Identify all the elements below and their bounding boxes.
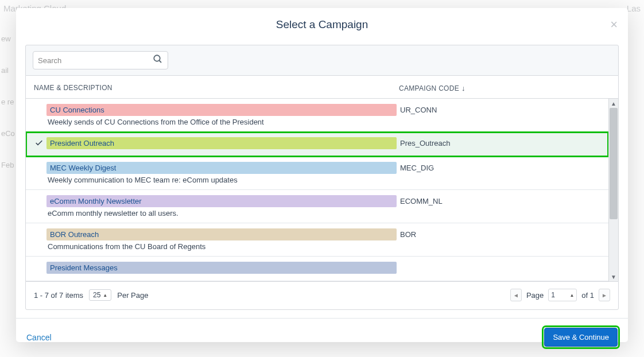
close-icon[interactable]: × — [610, 18, 618, 31]
search-field[interactable] — [33, 51, 168, 69]
cancel-button[interactable]: Cancel — [26, 333, 52, 342]
svg-line-1 — [159, 60, 161, 63]
campaign-code: MEC_DIG — [397, 162, 603, 172]
campaign-name-pill: President Messages — [46, 262, 397, 274]
campaign-name-pill: CU Connections — [46, 104, 397, 116]
row-checkmark — [32, 137, 46, 148]
table-row[interactable]: eComm Monthly NewslettereComm monthly ne… — [26, 190, 608, 223]
table-header: NAME & DESCRIPTION CAMPAIGN CODE ↓ — [25, 76, 619, 99]
campaign-name-pill: MEC Weekly Digest — [46, 162, 397, 174]
prev-page-button[interactable]: ◄ — [510, 289, 522, 301]
scroll-thumb[interactable] — [610, 108, 618, 219]
modal-footer: Cancel Save & Continue — [16, 318, 628, 356]
campaign-name-pill: BOR Outreach — [46, 228, 397, 240]
col-header-name[interactable]: NAME & DESCRIPTION — [34, 84, 399, 92]
row-name-cell: eComm Monthly NewslettereComm monthly ne… — [46, 195, 397, 218]
dropdown-up-icon: ▲ — [103, 293, 107, 298]
row-name-cell: MEC Weekly DigestWeekly communication to… — [46, 162, 397, 184]
page-label: Page — [526, 291, 544, 300]
of-label: of 1 — [581, 291, 594, 300]
campaign-name-pill: President Outreach — [46, 137, 397, 149]
campaign-description: Weekly sends of CU Connections from the … — [46, 118, 397, 126]
row-checkmark — [32, 162, 46, 163]
save-continue-button[interactable]: Save & Continue — [544, 328, 618, 347]
campaign-description: Communications from the CU Board of Rege… — [46, 242, 397, 251]
scroll-down-icon[interactable]: ▼ — [609, 272, 618, 281]
per-page-value: 25 — [93, 291, 100, 299]
row-name-cell: President Messages — [46, 262, 397, 275]
table-row[interactable]: President Messages — [26, 257, 608, 281]
campaign-code — [397, 262, 603, 263]
row-name-cell: CU ConnectionsWeekly sends of CU Connect… — [46, 104, 397, 126]
pagination-bar: 1 - 7 of 7 items 25 ▲ Per Page ◄ Page 1 … — [25, 281, 619, 310]
dropdown-up-icon: ▲ — [569, 293, 574, 298]
row-checkmark — [32, 262, 46, 263]
next-page-button[interactable]: ► — [599, 289, 610, 301]
row-name-cell: BOR OutreachCommunications from the CU B… — [46, 228, 397, 251]
campaign-description: eComm monthly newsletter to all users. — [46, 209, 397, 218]
col-header-code-label: CAMPAIGN CODE — [399, 84, 459, 92]
sort-desc-icon: ↓ — [461, 84, 465, 92]
select-campaign-modal: Select a Campaign × NAME & DESCRIPTION C… — [16, 8, 628, 342]
row-checkmark — [32, 195, 46, 196]
campaign-code: ECOMM_NL — [397, 195, 603, 205]
search-icon[interactable] — [153, 54, 163, 67]
per-page-label: Per Page — [117, 291, 148, 300]
table-row[interactable]: BOR OutreachCommunications from the CU B… — [26, 223, 608, 257]
row-name-cell: President Outreach — [46, 137, 397, 151]
scroll-up-icon[interactable]: ▲ — [609, 99, 618, 108]
table-row[interactable]: CU ConnectionsWeekly sends of CU Connect… — [26, 99, 608, 132]
items-summary: 1 - 7 of 7 items — [34, 291, 83, 300]
per-page-select[interactable]: 25 ▲ — [89, 289, 111, 301]
scroll-track[interactable] — [609, 108, 618, 272]
campaign-code: UR_CONN — [397, 104, 603, 114]
campaign-description: Weekly communication to MEC team re: eCo… — [46, 176, 397, 184]
row-checkmark — [32, 104, 46, 105]
svg-point-0 — [154, 55, 160, 61]
table-body: CU ConnectionsWeekly sends of CU Connect… — [26, 99, 608, 281]
modal-header: Select a Campaign × — [16, 8, 628, 45]
page-number-input[interactable]: 1 ▲ — [548, 289, 577, 301]
campaign-name-pill: eComm Monthly Newsletter — [46, 195, 397, 207]
modal-title: Select a Campaign — [276, 18, 368, 31]
scrollbar[interactable]: ▲ ▼ — [608, 99, 618, 281]
col-header-code[interactable]: CAMPAIGN CODE ↓ — [399, 84, 610, 92]
campaign-code: Pres_Outreach — [397, 137, 603, 148]
search-panel — [25, 45, 619, 76]
row-checkmark — [32, 228, 46, 230]
page-number-value: 1 — [551, 291, 555, 299]
campaign-code: BOR — [397, 228, 603, 239]
table-row[interactable]: President OutreachPres_Outreach — [26, 132, 608, 157]
table-row[interactable]: MEC Weekly DigestWeekly communication to… — [26, 157, 608, 190]
search-input[interactable] — [38, 56, 153, 65]
